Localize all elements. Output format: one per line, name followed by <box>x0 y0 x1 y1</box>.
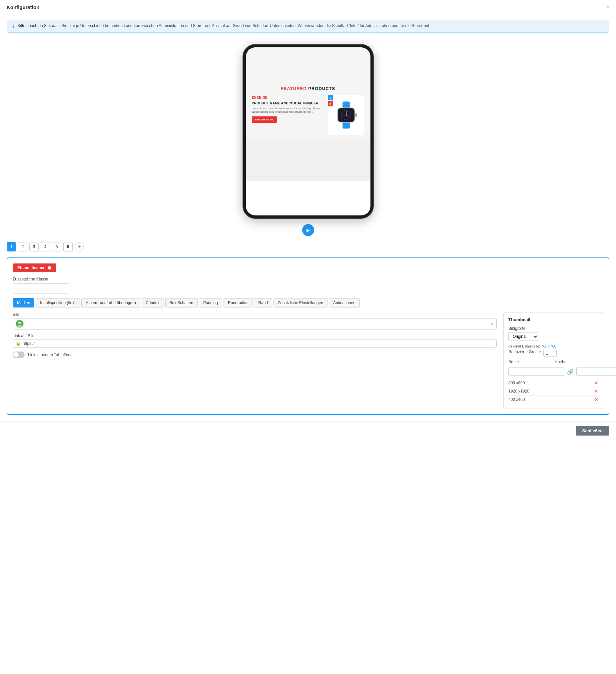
featured-section: FEATURED PRODUCTS €535.00 PRODUCT NAME A… <box>246 81 370 141</box>
media-panel: Bild × Link auf Bild 🔒 <box>13 312 603 409</box>
tab-hintergrundfarbe[interactable]: Hintergrundfarbe überlagern <box>81 298 140 308</box>
lock-icon: 🔒 <box>16 341 21 346</box>
play-button[interactable]: ▶ <box>302 224 314 236</box>
product-info: €535.00 PRODUCT NAME AND MODAL NUMBER Lo… <box>252 95 324 135</box>
modal-close-button[interactable]: × <box>606 4 609 10</box>
dimension-inputs-row: 🔗 Generieren <box>508 367 598 375</box>
trash-icon: 🗑 <box>48 265 52 270</box>
page-btn-1[interactable]: 1 <box>7 242 16 251</box>
info-banner-text: Bitte beachten Sie, dass Sie einige Unte… <box>17 23 431 28</box>
clear-image-button[interactable]: × <box>491 321 494 327</box>
tablet-preview-container: FEATURED PRODUCTS €535.00 PRODUCT NAME A… <box>0 38 616 221</box>
product-card: €535.00 PRODUCT NAME AND MODAL NUMBER Lo… <box>252 95 364 135</box>
page-btn-3[interactable]: 3 <box>29 242 39 251</box>
zusaetzliche-klasse-input[interactable] <box>13 284 69 294</box>
thumbnail-panel: Thumbnail Bildgröße Original Original Bi… <box>503 312 603 409</box>
select-row: Original <box>508 332 598 341</box>
tab-inhaltsposition[interactable]: Inhaltsposition (flex) <box>36 298 80 308</box>
svg-point-11 <box>18 322 21 324</box>
page-btn-5[interactable]: 5 <box>52 242 61 251</box>
featured-red-text: FEATURED <box>281 86 307 91</box>
delete-layer-button[interactable]: Ebene löschen 🗑 <box>13 263 56 272</box>
toggle-row: Link in neuem Tab öffnen <box>13 351 497 358</box>
tabs: Medien Inhaltsposition (flex) Hintergrun… <box>13 298 603 308</box>
svg-point-8 <box>345 114 347 116</box>
tablet-top-bar <box>246 47 370 81</box>
badge-blue: 1 <box>328 95 333 100</box>
breite-input[interactable] <box>508 367 564 375</box>
media-left: Bild × Link auf Bild 🔒 <box>13 312 497 409</box>
tab-z-index[interactable]: Z-Index <box>142 298 164 308</box>
zusaetzliche-klasse-label: Zusaetzliche Klasse <box>13 277 603 282</box>
play-icon: ▶ <box>307 227 310 233</box>
original-size-prefix: Original Bildgroelle: <box>508 344 541 348</box>
bildgroesse-select[interactable]: Original <box>508 332 538 341</box>
size-value-3: 400 x400 <box>508 397 525 402</box>
link-input-row: 🔒 <box>13 339 497 347</box>
toggle-knob <box>13 352 19 357</box>
pagination: 1 2 3 4 5 6 + <box>0 239 616 255</box>
page-btn-4[interactable]: 4 <box>41 242 50 251</box>
tab-padding[interactable]: Padding <box>199 298 222 308</box>
tab-randradius[interactable]: Randradius <box>223 298 253 308</box>
page-btn-6[interactable]: 6 <box>63 242 72 251</box>
bildgroesse-label: Bildgröße <box>508 326 598 331</box>
info-icon: ℹ <box>12 24 14 29</box>
product-image-area: 1 🗑 <box>328 95 364 135</box>
info-banner: ℹ Bitte beachten Sie, dass Sie einige Un… <box>7 20 609 33</box>
tab-zusaetzliche-einstellungen[interactable]: Zusätzliche Einstellungen <box>274 298 327 308</box>
hoehe-input[interactable] <box>576 367 616 375</box>
original-size-text: Original Bildgroelle: 768 x768 <box>508 344 598 348</box>
link-label: Link auf Bild <box>13 334 497 338</box>
tablet-screen: FEATURED PRODUCTS €535.00 PRODUCT NAME A… <box>246 47 370 215</box>
size-value-2: 1920 x1920 <box>508 389 529 394</box>
modal-header: Konfiguration × <box>0 0 616 14</box>
order-now-button[interactable]: ORDER NOW <box>252 116 277 123</box>
thumbnail-inner: Thumbnail Bildgröße Original Original Bi… <box>503 312 603 409</box>
watch-image <box>331 100 361 130</box>
remove-size-btn-2[interactable]: ✕ <box>594 388 598 394</box>
toggle-label: Link in neuem Tab öffnen <box>28 352 72 357</box>
featured-title: FEATURED PRODUCTS <box>252 86 364 91</box>
tab-box-schatten[interactable]: Box Schatten <box>165 298 197 308</box>
image-thumb-icon <box>16 320 24 328</box>
image-thumbnail <box>16 320 24 328</box>
hoehe-label: Hoehe <box>555 359 598 364</box>
svg-rect-0 <box>342 102 350 108</box>
original-size-link[interactable]: 768 x768 <box>541 344 556 348</box>
link-dimensions-icon[interactable]: 🔗 <box>567 368 574 375</box>
new-tab-toggle[interactable] <box>13 351 25 358</box>
size-row-3: 400 x400 ✕ <box>508 396 598 404</box>
svg-rect-1 <box>342 122 350 129</box>
close-footer-button[interactable]: Schließen <box>576 426 609 436</box>
modal-footer: Schließen <box>0 422 616 440</box>
product-desc: Lorem ipsum dolor sit amet onsectetuer a… <box>252 106 324 114</box>
product-name: PRODUCT NAME AND MODAL NUMBER <box>252 101 324 105</box>
link-input[interactable] <box>23 341 494 346</box>
tab-animationen[interactable]: Animationen <box>329 298 360 308</box>
page-add-button[interactable]: + <box>74 242 84 251</box>
featured-black-text: PRODUCTS <box>307 86 335 91</box>
tab-rand[interactable]: Rand <box>254 298 272 308</box>
badge-red: 🗑 <box>328 101 333 106</box>
thumbnail-title: Thumbnail <box>508 317 598 322</box>
tab-medien[interactable]: Medien <box>13 298 34 308</box>
delete-layer-label: Ebene löschen <box>17 265 46 270</box>
remove-size-btn-1[interactable]: ✕ <box>594 380 598 385</box>
page-btn-2[interactable]: 2 <box>18 242 27 251</box>
play-btn-container: ▶ <box>0 224 616 236</box>
size-row-2: 1920 x1920 ✕ <box>508 387 598 396</box>
svg-rect-9 <box>355 113 357 117</box>
bild-label: Bild <box>13 312 497 317</box>
dimension-row: Breite Hoehe <box>508 359 598 364</box>
reduzierte-input[interactable] <box>544 350 557 356</box>
size-row-1: 800 x800 ✕ <box>508 379 598 387</box>
remove-size-btn-3[interactable]: ✕ <box>594 397 598 402</box>
svg-point-12 <box>17 325 22 328</box>
size-list: 800 x800 ✕ 1920 x1920 ✕ 400 x400 ✕ <box>508 379 598 404</box>
reduzierte-label: Reduzierte Groele <box>508 349 541 354</box>
config-panel: Ebene löschen 🗑 Zusaetzliche Klasse Medi… <box>7 257 609 415</box>
image-input-row: × <box>13 318 497 330</box>
product-price: €535.00 <box>252 95 324 100</box>
tablet-frame: FEATURED PRODUCTS €535.00 PRODUCT NAME A… <box>243 45 373 218</box>
